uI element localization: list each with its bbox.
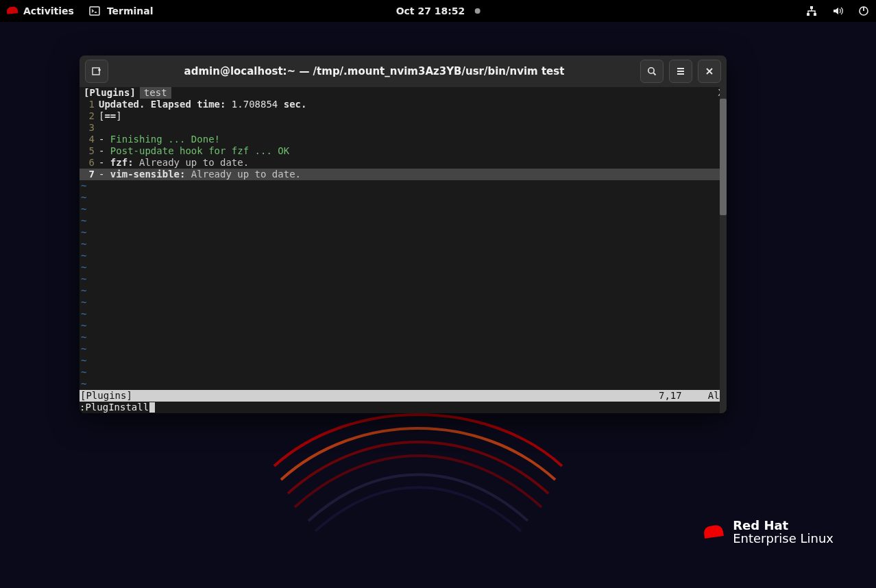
vim-line: 5- Post-update hook for fzf ... OK bbox=[80, 145, 727, 157]
vim-tilde: ~ bbox=[80, 308, 727, 320]
line-number: 4 bbox=[80, 134, 99, 145]
activities-label: Activities bbox=[23, 5, 74, 16]
line-number: 7 bbox=[80, 169, 99, 180]
vim-tilde: ~ bbox=[80, 273, 727, 285]
svg-rect-2 bbox=[807, 13, 810, 16]
app-menu[interactable]: Terminal bbox=[89, 5, 154, 16]
vim-tilde: ~ bbox=[80, 215, 727, 227]
vim-tilde: ~ bbox=[80, 367, 727, 378]
vim-tilde: ~ bbox=[80, 297, 727, 308]
volume-icon[interactable] bbox=[832, 5, 843, 16]
new-tab-button[interactable] bbox=[85, 60, 108, 83]
terminal-icon bbox=[89, 5, 100, 16]
vim-tilde: ~ bbox=[80, 238, 727, 250]
vim-tab-test[interactable]: test bbox=[140, 87, 171, 99]
scrollbar-track[interactable] bbox=[720, 87, 727, 413]
power-icon[interactable] bbox=[858, 5, 869, 16]
line-number: 3 bbox=[80, 122, 99, 134]
vim-tilde: ~ bbox=[80, 343, 727, 355]
line-content: - Post-update hook for fzf ... OK bbox=[99, 145, 727, 157]
vim-command-line[interactable]: :PlugInstall bbox=[80, 402, 727, 413]
svg-point-6 bbox=[648, 68, 654, 73]
vim-tilde: ~ bbox=[80, 332, 727, 343]
clock-label: Oct 27 18:52 bbox=[396, 5, 465, 16]
vim-tilde: ~ bbox=[80, 250, 727, 262]
gnome-top-bar: Activities Terminal Oct 27 18:52 bbox=[0, 0, 876, 22]
activities-button[interactable]: Activities bbox=[7, 5, 74, 16]
vim-tilde: ~ bbox=[80, 204, 727, 215]
vim-tilde: ~ bbox=[80, 355, 727, 367]
window-title: admin@localhost:~ — /tmp/.mount_nvim3Az3… bbox=[114, 65, 635, 77]
vim-editor[interactable]: 1Updated. Elapsed time: 1.708854 sec.2[=… bbox=[80, 99, 727, 390]
svg-rect-5 bbox=[93, 68, 99, 75]
redhat-icon bbox=[6, 6, 18, 16]
clock-area[interactable]: Oct 27 18:52 bbox=[396, 5, 480, 16]
line-content: Updated. Elapsed time: 1.708854 sec. bbox=[99, 99, 727, 110]
vim-line: 2[==] bbox=[80, 110, 727, 122]
line-content: [==] bbox=[99, 110, 727, 122]
vim-tilde: ~ bbox=[80, 262, 727, 273]
vim-tilde: ~ bbox=[80, 192, 727, 204]
vim-command-text: :PlugInstall bbox=[80, 402, 149, 413]
brand-line2: Enterprise Linux bbox=[733, 532, 834, 546]
close-button[interactable] bbox=[698, 60, 721, 83]
vim-tab-plugins[interactable]: [Plugins] bbox=[80, 87, 140, 99]
cursor-block-icon bbox=[149, 402, 155, 413]
terminal-body[interactable]: [Plugins] test X 1Updated. Elapsed time:… bbox=[80, 87, 727, 413]
vim-line: 4- Finishing ... Done! bbox=[80, 134, 727, 145]
network-icon[interactable] bbox=[806, 5, 817, 16]
line-number: 5 bbox=[80, 145, 99, 157]
vim-line: 7- vim-sensible: Already up to date. bbox=[80, 169, 727, 180]
rhel-branding: Red Hat Enterprise Linux bbox=[704, 519, 834, 546]
vim-tabline: [Plugins] test X bbox=[80, 87, 727, 99]
vim-tilde: ~ bbox=[80, 285, 727, 297]
line-content: - vim-sensible: Already up to date. bbox=[99, 169, 727, 180]
vim-tilde: ~ bbox=[80, 180, 727, 192]
line-number: 2 bbox=[80, 110, 99, 122]
status-filename: [Plugins] bbox=[80, 390, 132, 402]
line-content bbox=[99, 122, 727, 134]
svg-rect-1 bbox=[810, 6, 813, 9]
line-number: 6 bbox=[80, 157, 99, 169]
line-content: - fzf: Already up to date. bbox=[99, 157, 727, 169]
vim-tilde: ~ bbox=[80, 378, 727, 390]
search-button[interactable] bbox=[640, 60, 664, 83]
vim-tilde: ~ bbox=[80, 227, 727, 238]
vim-line: 3 bbox=[80, 122, 727, 134]
vim-line: 6- fzf: Already up to date. bbox=[80, 157, 727, 169]
status-cursor-pos: 7,17 bbox=[659, 390, 708, 402]
app-label: Terminal bbox=[107, 5, 154, 16]
terminal-titlebar[interactable]: admin@localhost:~ — /tmp/.mount_nvim3Az3… bbox=[80, 56, 727, 87]
vim-line: 1Updated. Elapsed time: 1.708854 sec. bbox=[80, 99, 727, 110]
svg-rect-0 bbox=[90, 7, 99, 15]
vim-statusline: [Plugins] 7,17 All bbox=[80, 390, 727, 402]
menu-button[interactable] bbox=[669, 60, 692, 83]
scrollbar-thumb[interactable] bbox=[720, 99, 727, 215]
line-content: - Finishing ... Done! bbox=[99, 134, 727, 145]
redhat-logo-icon bbox=[703, 524, 725, 541]
vim-tilde: ~ bbox=[80, 320, 727, 332]
terminal-window: admin@localhost:~ — /tmp/.mount_nvim3Az3… bbox=[80, 56, 727, 413]
line-number: 1 bbox=[80, 99, 99, 110]
notification-dot-icon bbox=[474, 8, 480, 14]
svg-rect-3 bbox=[814, 13, 816, 16]
